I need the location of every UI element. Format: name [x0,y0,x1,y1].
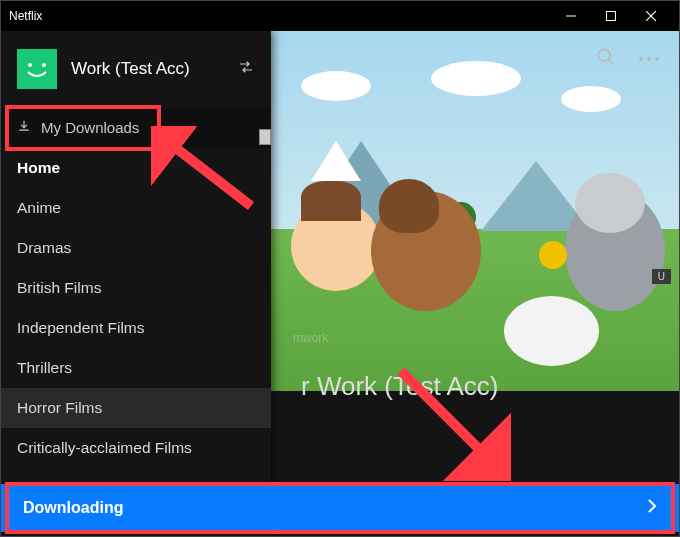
download-icon [17,119,31,136]
nav-item-thrillers[interactable]: Thrillers [1,348,271,388]
hero-subtext: mwork [293,331,328,345]
minimize-button[interactable] [551,1,591,31]
sidebar: Work (Test Acc) My Downloads Home Anime … [1,31,271,536]
titlebar: Netflix [1,1,679,31]
profile-row[interactable]: Work (Test Acc) [1,31,271,107]
close-button[interactable] [631,1,671,31]
svg-point-4 [598,49,610,61]
nav-item-dramas[interactable]: Dramas [1,228,271,268]
svg-line-5 [609,60,614,65]
nav-item-independent-films[interactable]: Independent Films [1,308,271,348]
maximize-button[interactable] [591,1,631,31]
nav-list: Home Anime Dramas British Films Independ… [1,148,271,536]
avatar [17,49,57,89]
more-options-icon[interactable] [639,57,659,61]
downloading-label: Downloading [23,499,123,517]
search-icon[interactable] [595,46,617,72]
nav-item-horror-films[interactable]: Horror Films [1,388,271,428]
nav-item-british-films[interactable]: British Films [1,268,271,308]
nav-item-anime[interactable]: Anime [1,188,271,228]
rating-badge: U [652,269,671,284]
my-downloads-button[interactable]: My Downloads [1,107,271,148]
downloading-bar[interactable]: Downloading [1,484,679,532]
svg-rect-1 [607,12,616,21]
sidebar-scrollbar[interactable] [259,129,271,145]
nav-item-home[interactable]: Home [1,148,271,188]
svg-point-7 [42,63,46,67]
switch-profile-icon[interactable] [237,58,255,80]
chevron-right-icon [647,498,657,518]
profile-name: Work (Test Acc) [71,59,223,79]
svg-point-6 [28,63,32,67]
nav-item-critically-acclaimed-films[interactable]: Critically-acclaimed Films [1,428,271,468]
my-downloads-label: My Downloads [41,119,139,136]
hero-greeting: r Work (Test Acc) [301,371,498,402]
app-title: Netflix [9,9,42,23]
